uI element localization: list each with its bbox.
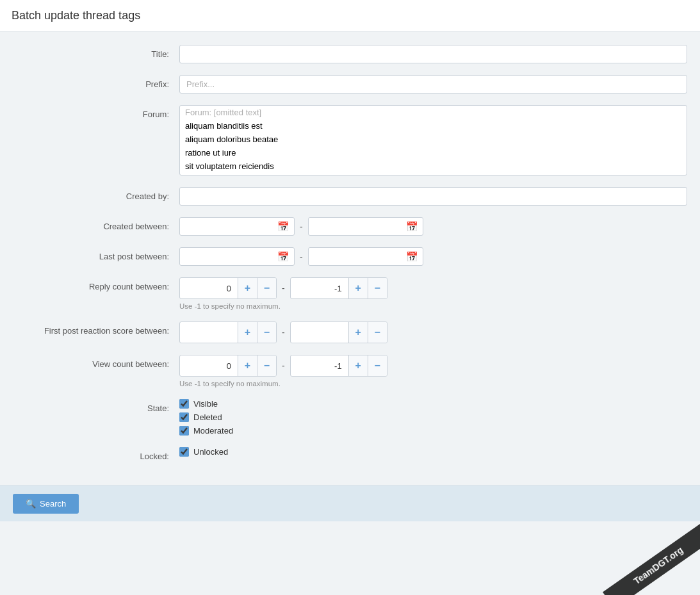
locked-label: Locked: <box>13 447 179 461</box>
last-post-control: 📅 - 📅 <box>179 247 687 266</box>
reaction-min-minus-btn[interactable]: − <box>257 322 276 343</box>
created-end-input[interactable] <box>308 217 423 236</box>
last-post-range: 📅 - 📅 <box>179 247 687 266</box>
locked-unlocked-item[interactable]: Unlocked <box>179 447 687 457</box>
locked-unlocked-label: Unlocked <box>193 447 228 457</box>
locked-control: Unlocked <box>179 447 687 457</box>
created-by-label: Created by: <box>13 187 179 201</box>
state-visible-label: Visible <box>193 399 218 409</box>
state-label: State: <box>13 399 179 413</box>
created-between-range: 📅 - 📅 <box>179 217 687 236</box>
created-between-control: 📅 - 📅 <box>179 217 687 236</box>
state-checkbox-group: Visible Deleted Moderated <box>179 399 687 436</box>
view-count-max-control: -1 + − <box>290 355 387 377</box>
created-end-wrap: 📅 <box>308 217 423 236</box>
reply-count-max-input[interactable]: -1 <box>291 280 348 297</box>
view-count-range: 0 + − - -1 + − <box>179 355 687 377</box>
search-icon: 🔍 <box>26 499 36 509</box>
state-visible-item[interactable]: Visible <box>179 399 687 409</box>
page-title: Batch update thread tags <box>0 0 700 32</box>
reply-count-range: 0 + − - -1 + − <box>179 277 687 299</box>
state-row: State: Visible Deleted Moderated <box>0 399 700 436</box>
search-button-label: Search <box>40 499 66 509</box>
reaction-max-input[interactable] <box>291 324 348 341</box>
state-deleted-checkbox[interactable] <box>179 412 189 422</box>
state-moderated-item[interactable]: Moderated <box>179 426 687 436</box>
reaction-min-input[interactable] <box>180 324 238 341</box>
last-post-separator: - <box>298 252 304 262</box>
reply-count-hint: Use -1 to specify no maximum. <box>179 302 687 310</box>
created-start-input[interactable] <box>179 217 295 236</box>
form-container: Title: Prefix: Forum: Forum: [omitted te… <box>0 32 700 485</box>
reaction-separator: - <box>281 327 286 338</box>
search-button[interactable]: 🔍 Search <box>13 494 79 514</box>
reply-count-control: 0 + − - -1 + − Use -1 to specify no maxi… <box>179 277 687 310</box>
prefix-row: Prefix: <box>0 75 700 94</box>
reaction-max-minus-btn[interactable]: − <box>368 322 387 343</box>
title-control <box>179 45 687 63</box>
last-post-row: Last post between: 📅 - 📅 <box>0 247 700 266</box>
state-deleted-item[interactable]: Deleted <box>179 412 687 422</box>
view-count-max-plus-btn[interactable]: + <box>348 355 368 376</box>
state-visible-checkbox[interactable] <box>179 399 189 409</box>
created-start-wrap: 📅 <box>179 217 295 236</box>
view-count-separator: - <box>281 361 286 371</box>
view-count-min-input[interactable]: 0 <box>180 357 238 375</box>
reply-count-max-minus-btn[interactable]: − <box>368 278 387 298</box>
last-post-label: Last post between: <box>13 247 179 261</box>
forum-select[interactable]: Forum: [omitted text]aliquam blanditiis … <box>179 105 687 175</box>
reply-count-label: Reply count between: <box>13 277 179 291</box>
reply-count-min-plus-btn[interactable]: + <box>238 278 257 298</box>
locked-unlocked-checkbox[interactable] <box>179 447 189 457</box>
title-input[interactable] <box>179 45 687 63</box>
view-count-min-minus-btn[interactable]: − <box>257 355 276 376</box>
state-moderated-label: Moderated <box>193 426 233 436</box>
view-count-hint: Use -1 to specify no maximum. <box>179 380 687 387</box>
view-count-row: View count between: 0 + − - -1 + − Use -… <box>0 355 700 387</box>
forum-label: Forum: <box>13 105 179 119</box>
locked-row: Locked: Unlocked <box>0 447 700 461</box>
footer-bar: 🔍 Search <box>0 485 700 521</box>
view-count-control: 0 + − - -1 + − Use -1 to specify no maxi… <box>179 355 687 387</box>
prefix-control <box>179 75 687 94</box>
view-count-max-minus-btn[interactable]: − <box>368 355 387 376</box>
reaction-max-control: + − <box>290 322 387 343</box>
state-moderated-checkbox[interactable] <box>179 426 189 436</box>
last-post-start-input[interactable] <box>179 247 295 266</box>
reply-count-min-control: 0 + − <box>179 277 277 299</box>
created-range-separator: - <box>298 222 304 232</box>
view-count-min-plus-btn[interactable]: + <box>238 355 257 376</box>
prefix-label: Prefix: <box>13 75 179 89</box>
created-by-input[interactable] <box>179 187 687 206</box>
locked-checkbox-group: Unlocked <box>179 447 687 457</box>
forum-control: Forum: [omitted text]aliquam blanditiis … <box>179 105 687 175</box>
view-count-min-control: 0 + − <box>179 355 277 377</box>
reaction-score-row: First post reaction score between: + − -… <box>0 322 700 343</box>
state-deleted-label: Deleted <box>193 412 222 422</box>
reply-count-min-input[interactable]: 0 <box>180 280 238 297</box>
prefix-input[interactable] <box>179 75 687 94</box>
last-post-end-wrap: 📅 <box>308 247 423 266</box>
reply-count-row: Reply count between: 0 + − - -1 + − Use … <box>0 277 700 310</box>
state-control: Visible Deleted Moderated <box>179 399 687 436</box>
reaction-score-control: + − - + − <box>179 322 687 343</box>
last-post-end-input[interactable] <box>308 247 423 266</box>
created-by-row: Created by: <box>0 187 700 206</box>
reply-count-max-control: -1 + − <box>290 277 387 299</box>
view-count-max-input[interactable]: -1 <box>291 357 348 375</box>
reaction-min-control: + − <box>179 322 277 343</box>
reaction-score-label: First post reaction score between: <box>13 322 179 336</box>
reply-count-max-plus-btn[interactable]: + <box>348 278 368 298</box>
created-between-label: Created between: <box>13 217 179 231</box>
title-label: Title: <box>13 45 179 59</box>
reply-count-min-minus-btn[interactable]: − <box>257 278 276 298</box>
view-count-label: View count between: <box>13 355 179 369</box>
reaction-max-plus-btn[interactable]: + <box>348 322 368 343</box>
title-row: Title: <box>0 45 700 63</box>
reply-count-separator: - <box>281 283 286 293</box>
last-post-start-wrap: 📅 <box>179 247 295 266</box>
created-between-row: Created between: 📅 - 📅 <box>0 217 700 236</box>
created-by-control <box>179 187 687 206</box>
reaction-min-plus-btn[interactable]: + <box>238 322 257 343</box>
forum-row: Forum: Forum: [omitted text]aliquam blan… <box>0 105 700 175</box>
